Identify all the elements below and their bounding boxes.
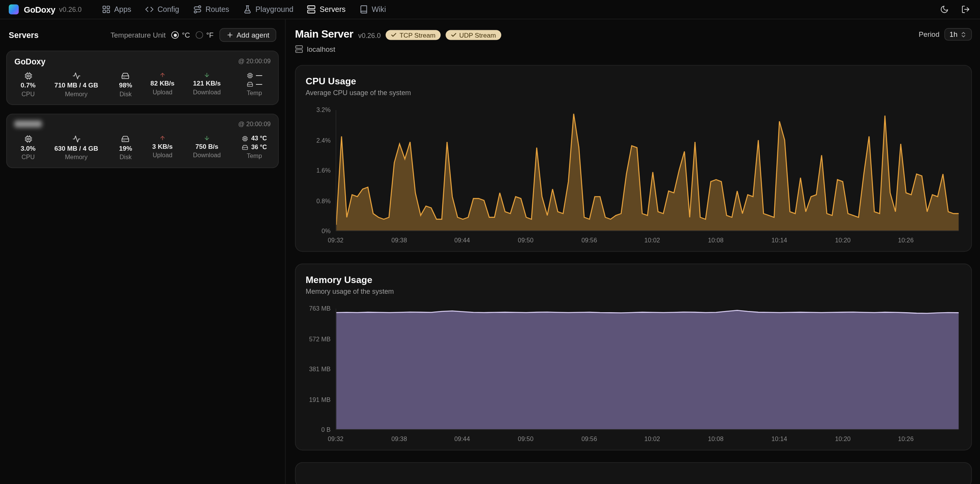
cpu-value: 0.7%: [21, 81, 36, 89]
tcp-stream-label: TCP Stream: [399, 31, 436, 39]
x-axis-tick: 09:38: [391, 435, 407, 442]
y-axis-tick: 763 MB: [309, 305, 331, 312]
cpu-stat: 3.0% CPU: [21, 135, 36, 161]
download-arrow-icon: [204, 72, 210, 78]
chart-title: Memory Usage: [305, 274, 959, 285]
download-value: 121 KB/s: [193, 79, 221, 87]
nav-item-servers[interactable]: Servers: [307, 5, 345, 14]
x-axis-tick: 10:20: [835, 435, 851, 442]
y-axis-tick: 0.8%: [317, 198, 331, 204]
main-header: Main Server v0.26.0 TCP Stream UDP Strea…: [295, 28, 972, 41]
cpu-temp-row: —: [247, 72, 262, 79]
x-axis-tick: 09:32: [328, 435, 343, 442]
upload-arrow-icon: [159, 135, 165, 141]
nav-item-wiki[interactable]: Wiki: [359, 5, 386, 14]
x-axis-tick: 10:26: [898, 435, 914, 442]
sidebar-title: Servers: [9, 30, 39, 40]
cpu-usage-card: CPU Usage Average CPU usage of the syste…: [295, 65, 972, 252]
upload-stat: 82 KB/s Upload: [150, 72, 175, 96]
nav-label: Routes: [205, 5, 229, 14]
x-axis-tick: 09:56: [581, 435, 597, 442]
x-axis-tick: 09:50: [518, 435, 534, 442]
hard-drive-icon: [122, 72, 130, 80]
code-icon: [145, 5, 154, 14]
y-axis-tick: 3.2%: [317, 107, 331, 114]
memory-value: 630 MB / 4 GB: [54, 144, 98, 152]
x-axis-tick: 10:02: [644, 237, 660, 244]
disk-temp-row: —: [247, 81, 262, 88]
brand-version: v0.26.0: [59, 6, 82, 13]
server-card-godoxy[interactable]: GoDoxy @ 20:00:09 0.7% CPU 710 MB / 4 GB…: [6, 51, 279, 105]
download-value: 750 B/s: [195, 142, 218, 150]
y-axis-tick: 572 MB: [309, 336, 331, 342]
page-version: v0.26.0: [358, 31, 381, 39]
server-name: GoDoxy: [14, 57, 271, 66]
x-axis-tick: 10:14: [772, 237, 787, 244]
x-axis-tick: 09:44: [454, 435, 470, 442]
charts-column: CPU Usage Average CPU usage of the syste…: [295, 65, 972, 484]
upload-arrow-icon: [159, 72, 165, 78]
app-logo-icon[interactable]: [9, 4, 19, 14]
content-area: Servers Temperature Unit °C °F Add agent: [0, 19, 980, 484]
add-agent-label: Add agent: [237, 31, 269, 39]
disk-stat: 19% Disk: [119, 135, 132, 161]
disk-temp-row: 36 °C: [242, 144, 267, 151]
chart-subtitle: Memory usage of the system: [305, 287, 959, 295]
period-group: Period 1h: [919, 28, 972, 41]
x-axis-tick: 09:32: [328, 237, 343, 244]
disk-label: Disk: [120, 91, 132, 98]
x-axis-tick: 09:44: [454, 237, 470, 244]
temp-label: Temp: [247, 89, 262, 97]
cpu-stat: 0.7% CPU: [21, 72, 36, 98]
memory-area-chart: [336, 309, 959, 429]
udp-stream-label: UDP Stream: [459, 31, 496, 39]
upload-label: Upload: [153, 152, 173, 160]
chevrons-up-down-icon: [960, 31, 967, 38]
period-select[interactable]: 1h: [944, 28, 972, 41]
nav-item-playground[interactable]: Playground: [243, 5, 293, 14]
sidebar-header: Servers Temperature Unit °C °F Add agent: [6, 27, 279, 42]
host-name: localhost: [307, 45, 335, 53]
cpu-label: CPU: [21, 91, 35, 98]
fahrenheit-radio[interactable]: °F: [196, 31, 214, 39]
cpu-temp-row: 43 °C: [242, 135, 267, 143]
x-axis: 09:3209:3809:4409:5009:5610:0210:0810:14…: [336, 231, 959, 246]
nav-item-apps[interactable]: Apps: [102, 5, 131, 14]
logout-icon[interactable]: [961, 5, 970, 14]
nav-item-routes[interactable]: Routes: [193, 5, 229, 14]
page-title: Main Server: [295, 28, 353, 41]
cpu-area-chart: [336, 110, 959, 230]
nav-label: Apps: [114, 5, 132, 14]
server-icon: [307, 5, 316, 14]
x-axis-tick: 10:26: [898, 237, 914, 244]
flask-icon: [243, 5, 252, 14]
memory-stat: 630 MB / 4 GB Memory: [54, 135, 98, 161]
period-value: 1h: [950, 31, 958, 38]
moon-icon[interactable]: [940, 5, 949, 14]
server-timestamp: @ 20:00:09: [238, 120, 271, 127]
hard-drive-icon: [247, 81, 253, 87]
add-agent-button[interactable]: Add agent: [219, 28, 276, 42]
memory-usage-plot: [336, 309, 959, 430]
nav-label: Playground: [256, 5, 294, 14]
cpu-temp-value: —: [256, 72, 262, 79]
server-card-redacted[interactable]: @ 20:00:09 3.0% CPU 630 MB / 4 GB Memory: [6, 114, 279, 168]
server-icon: [295, 45, 303, 53]
app-root: GoDoxy v0.26.0 Apps Config Routes Playgr…: [0, 0, 980, 484]
download-arrow-icon: [204, 135, 210, 141]
servers-sidebar: Servers Temperature Unit °C °F Add agent: [0, 19, 285, 484]
temp-stat: — — Temp: [247, 72, 262, 97]
download-stat: 750 B/s Download: [193, 135, 221, 160]
next-chart-card: [295, 462, 972, 484]
x-axis-tick: 10:08: [708, 237, 724, 244]
cpu-icon: [24, 72, 32, 80]
download-label: Download: [193, 89, 221, 96]
disk-temp-value: 36 °C: [251, 144, 267, 151]
chart-subtitle: Average CPU usage of the system: [305, 89, 959, 96]
y-axis-tick: 0 B: [321, 426, 330, 433]
hard-drive-icon: [242, 144, 248, 150]
upload-value: 3 KB/s: [152, 142, 173, 150]
activity-icon: [72, 135, 80, 143]
celsius-radio[interactable]: °C: [171, 31, 190, 39]
nav-item-config[interactable]: Config: [145, 5, 179, 14]
